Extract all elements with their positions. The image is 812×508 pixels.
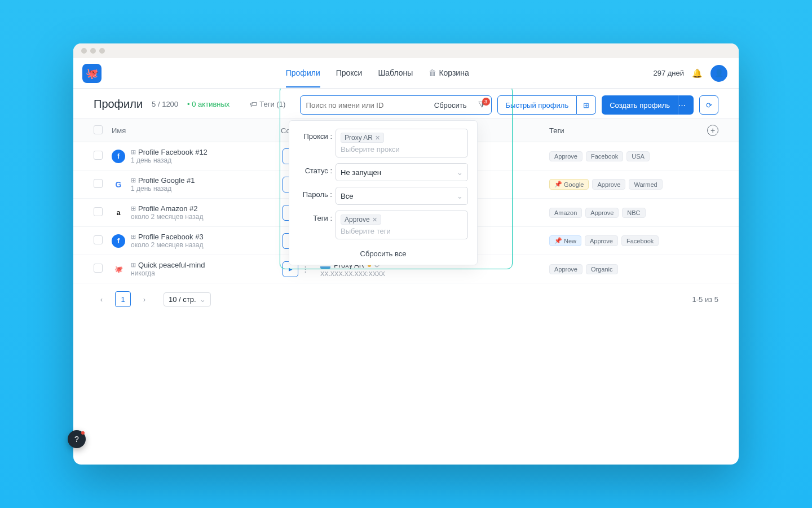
windows-icon: ⊞ — [131, 233, 136, 240]
close-icon[interactable]: ✕ — [375, 134, 380, 142]
tag-badge[interactable]: Approve — [549, 151, 582, 161]
user-avatar[interactable]: 👤 — [710, 65, 727, 82]
filter-popover: Прокси : Proxy AR✕ Выберите прокси Стату… — [289, 120, 478, 265]
filter-password-select[interactable]: Все ⌄ — [336, 187, 468, 205]
active-count: • 0 активных — [187, 100, 230, 108]
profile-updated: около 2 месяцев назад — [131, 241, 204, 249]
tag-badge[interactable]: 📌Google — [549, 179, 589, 190]
pin-icon: 📌 — [554, 181, 562, 188]
tags-cell: ApproveFacebookUSA — [549, 151, 718, 161]
tag-badge[interactable]: NBC — [622, 208, 645, 218]
quick-profile-button[interactable]: Быстрый профиль — [497, 95, 577, 115]
row-checkbox[interactable] — [94, 179, 103, 188]
profile-updated: никогда — [131, 269, 205, 277]
filter-badge: 3 — [482, 98, 490, 106]
tags-placeholder: Выберите теги — [341, 227, 463, 235]
nav-profiles[interactable]: Профили — [286, 59, 320, 87]
toolbar-row: Сбросить ⧩ 3 Быстрый профиль ⊞ Создать п… — [300, 95, 718, 115]
tag-badge[interactable]: Approve — [585, 235, 618, 246]
row-checkbox[interactable] — [94, 235, 103, 244]
days-remaining: 297 дней — [653, 69, 684, 77]
tag-badge[interactable]: USA — [626, 151, 650, 161]
quick-profile-platform[interactable]: ⊞ — [577, 95, 596, 115]
tags-cell: 📌NewApproveFacebook — [549, 235, 718, 246]
row-checkbox[interactable] — [94, 264, 103, 273]
tag-badge[interactable]: Approve — [592, 179, 625, 190]
tag-badge[interactable]: Facebook — [621, 235, 659, 246]
windows-icon: ⊞ — [131, 177, 136, 184]
filter-password-label: Пароль : — [298, 187, 336, 199]
windows-icon: ⊞ — [583, 101, 589, 110]
create-profile-button[interactable]: Создать профиль — [602, 95, 678, 115]
create-profile-group: Создать профиль ⋯ — [602, 95, 694, 115]
filter-icon-button[interactable]: ⧩ 3 — [473, 100, 491, 110]
tag-badge[interactable]: Approve — [585, 208, 619, 218]
tag-chip[interactable]: Approve✕ — [341, 214, 381, 225]
filter-proxy-field[interactable]: Proxy AR✕ Выберите прокси — [336, 129, 468, 157]
nav-trash[interactable]: 🗑Корзина — [429, 59, 469, 87]
page-title: Профили — [94, 98, 143, 111]
topbar-right: 297 дней 🔔 👤 — [653, 65, 727, 82]
help-fab[interactable]: ? — [68, 430, 86, 448]
page-1[interactable]: 1 — [115, 291, 131, 307]
page-content: Профили 5 / 1200 • 0 активных 🏷Теги (1) … — [73, 89, 739, 465]
profile-name[interactable]: Profile Facebook #12 — [138, 148, 208, 156]
notification-dot — [81, 431, 85, 435]
add-tag-column[interactable]: + — [707, 125, 718, 136]
profile-app-icon: f — [112, 234, 125, 248]
create-profile-more[interactable]: ⋯ — [678, 95, 694, 115]
tags-cell: 📌GoogleApproveWarmed — [549, 179, 718, 190]
reset-search[interactable]: Сбросить — [429, 101, 473, 110]
status-value: Не запущен — [341, 168, 381, 177]
tags-cell: AmazonApproveNBC — [549, 208, 718, 218]
profile-name[interactable]: Quick peaceful-mind — [138, 261, 205, 269]
app-logo: 🐙 — [82, 64, 102, 83]
proxy-chip[interactable]: Proxy AR✕ — [341, 133, 384, 143]
trash-icon: 🗑 — [429, 68, 436, 77]
profile-name[interactable]: Profile Facebook #3 — [138, 233, 204, 241]
top-bar: 🐙 Профили Прокси Шаблоны 🗑Корзина 297 дн… — [73, 58, 739, 89]
tag-badge[interactable]: Approve — [549, 264, 582, 274]
page-size-value: 10 / стр. — [169, 295, 196, 304]
nav-templates[interactable]: Шаблоны — [378, 59, 413, 87]
close-icon[interactable]: ✕ — [372, 216, 377, 224]
proxy-placeholder: Выберите прокси — [341, 145, 463, 154]
tags-link-label: Теги (1) — [259, 100, 285, 108]
tags-filter-link[interactable]: 🏷Теги (1) — [250, 100, 285, 108]
profile-app-icon: f — [112, 150, 125, 163]
nav-proxy[interactable]: Прокси — [336, 59, 363, 87]
search-input[interactable] — [301, 101, 429, 110]
tag-badge[interactable]: Organic — [586, 264, 618, 274]
bell-icon[interactable]: 🔔 — [692, 68, 703, 78]
next-page[interactable]: › — [136, 291, 152, 307]
page-size-select[interactable]: 10 / стр.⌄ — [164, 292, 211, 306]
tag-badge[interactable]: 📌New — [549, 235, 581, 246]
password-value: Все — [341, 192, 353, 200]
filter-tags-field[interactable]: Approve✕ Выберите теги — [336, 211, 468, 239]
profile-name[interactable]: Profile Amazon #2 — [138, 204, 198, 213]
refresh-icon: ⟳ — [706, 101, 712, 110]
prev-page[interactable]: ‹ — [94, 291, 109, 307]
windows-icon: ⊞ — [131, 261, 136, 269]
tag-icon: 🏷 — [250, 100, 257, 108]
profile-app-icon: G — [112, 178, 125, 191]
filter-proxy-label: Прокси : — [298, 129, 336, 141]
mac-window-dots — [73, 43, 739, 58]
filter-tags-label: Теги : — [298, 211, 336, 222]
profile-count: 5 / 1200 — [152, 100, 178, 108]
row-checkbox[interactable] — [94, 207, 103, 216]
profile-updated: около 2 месяцев назад — [131, 213, 204, 221]
row-checkbox[interactable] — [94, 151, 103, 160]
tag-badge[interactable]: Facebook — [586, 151, 623, 161]
tag-badge[interactable]: Amazon — [549, 208, 582, 218]
profile-name[interactable]: Profile Google #1 — [138, 176, 195, 185]
proxy-chip-label: Proxy AR — [345, 134, 373, 142]
filter-status-select[interactable]: Не запущен ⌄ — [336, 163, 468, 181]
tag-badge[interactable]: Warmed — [629, 179, 662, 190]
row-menu[interactable]: ⋮ — [302, 265, 309, 273]
reset-all-filters[interactable]: Сбросить все — [298, 245, 468, 259]
refresh-button[interactable]: ⟳ — [699, 95, 718, 115]
select-all-checkbox[interactable] — [94, 125, 103, 134]
column-name[interactable]: Имя — [112, 126, 281, 135]
pin-icon: 📌 — [554, 237, 562, 244]
